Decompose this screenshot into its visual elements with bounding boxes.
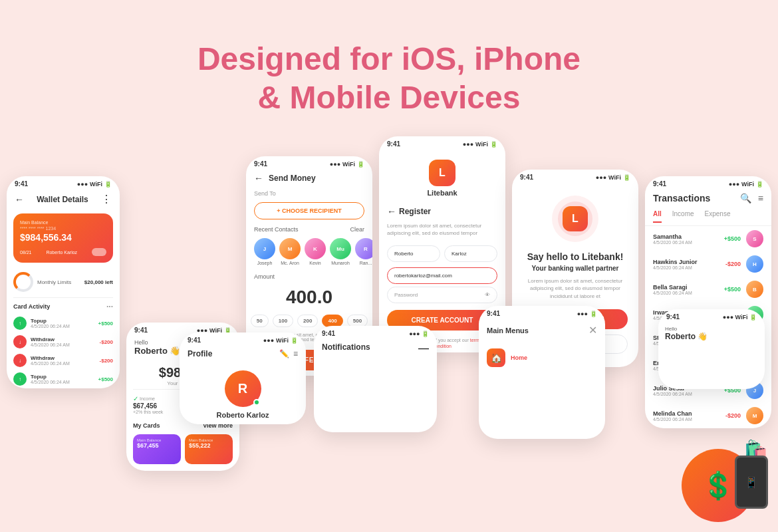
act-date-3: 4/5/2020 06:24 AM (31, 361, 96, 366)
time-register: 9:41 (387, 140, 400, 148)
wallet-menu-dots[interactable]: ⋮ (101, 193, 112, 205)
activity-info-1: Topup 4/5/2020 06:24 AM (31, 318, 94, 329)
trans-date-1: 4/5/2020 06:24 AM (653, 240, 719, 245)
home-menu-icon: 🏠 (487, 348, 505, 367)
home-greeting-block: Hello Roberto 👋 (134, 339, 180, 356)
trans-item-3: Bella Saragi 4/5/2020 06:24 AM +$500 B (645, 277, 771, 302)
trans-avatar-2: H (746, 255, 763, 273)
contact-joseph[interactable]: J Joseph (254, 238, 275, 265)
card-expiry: 08/21 (20, 250, 32, 255)
status-icons-menu: ●●● 🔋 (577, 311, 597, 317)
activity-info-3: Withdraw 4/5/2020 06:24 AM (31, 355, 96, 366)
card-owner: Roberto Karloz (46, 250, 77, 255)
hero-title: Designed for iOS, iPhone & Mobile Device… (197, 40, 581, 116)
trans-title: Transactions (653, 193, 710, 203)
time-menu: 9:41 (487, 310, 500, 317)
phone-screen: 📱 (745, 476, 758, 489)
qa-50[interactable]: 50 (251, 315, 269, 327)
eye-icon[interactable]: 👁 (485, 292, 490, 298)
home-menu-label: Home (511, 354, 527, 361)
contact-avatar-kevin: K (305, 238, 326, 259)
choose-recipient-btn[interactable]: + CHOOSE RECIPIENT (254, 202, 364, 219)
phone-transactions: 9:41 ●●● WiFi 🔋 Transactions 🔍 ≡ All Inc… (645, 176, 771, 428)
activity-dots[interactable]: ··· (106, 302, 113, 311)
trans-item-2: Hawkins Junior 4/5/2020 06:24 AM -$200 H (645, 251, 771, 277)
act-amount-4: +$500 (98, 376, 113, 382)
hello-subtitle: Your banking wallet partner (532, 265, 619, 272)
password-placeholder: Password (394, 292, 418, 298)
search-icon-trans[interactable]: 🔍 (740, 193, 751, 203)
tab-expense[interactable]: Expense (705, 210, 731, 223)
status-bar-notif: 9:41 ●●● 🔋 (314, 326, 437, 338)
app-name-register: Litebank (427, 189, 457, 197)
phone-profile: 9:41 ●●● WiFi 🔋 Profile ✏️ ≡ R Roberto K… (180, 332, 306, 424)
amount-label: Amount (246, 271, 372, 283)
status-bar-hello: 9:41 ●●● WiFi 🔋 (512, 170, 638, 182)
edit-icon[interactable]: ✏️ (279, 349, 289, 358)
income-change: +2% this week (133, 410, 181, 414)
status-icons-trans: ●●● WiFi 🔋 (729, 181, 763, 188)
contact-name-kevin: Kevin (305, 261, 326, 265)
profile-header: Profile ✏️ ≡ (180, 345, 306, 362)
notif-close[interactable]: — (418, 342, 429, 354)
activity-item-4: ↑ Topup 4/5/2020 06:24 AM +$500 (7, 370, 120, 388)
trans-name-2: Hawkins Junior (653, 259, 720, 265)
tab-all[interactable]: All (653, 210, 662, 223)
menu-icon[interactable]: ≡ (293, 349, 298, 358)
qa-200[interactable]: 200 (297, 315, 318, 327)
back-icon-send[interactable]: ← (254, 173, 263, 184)
last-name-field[interactable]: Karloz (444, 245, 497, 262)
income-box: ✓ Income $67,456 +2% this week (133, 395, 181, 414)
contact-ran[interactable]: R Ran... (355, 238, 372, 265)
act-name-1: Topup (31, 318, 94, 324)
mini-card-1[interactable]: Main Balance $67,455 (133, 434, 181, 464)
qa-100[interactable]: 100 (273, 315, 293, 327)
trans-name-1: Samantha (653, 233, 719, 240)
password-field[interactable]: Password 👁 (387, 287, 497, 303)
online-indicator (253, 399, 260, 406)
back-icon-register[interactable]: ← (387, 206, 396, 217)
name-row: Roberto Karloz (379, 243, 505, 265)
contact-avatar-mcaron: M (279, 238, 301, 259)
roberto-name: Roberto 👋 (665, 332, 758, 341)
card-footer: 08/21 Roberto Karloz (20, 248, 106, 256)
trans-date-2: 4/5/2020 06:24 AM (653, 265, 720, 270)
contact-munaroh[interactable]: Mu Munaroh (330, 238, 351, 265)
time-profile: 9:41 (188, 336, 201, 344)
mini-card-2[interactable]: Main Balance $55,222 (185, 434, 233, 464)
back-icon-wallet[interactable]: ← (15, 194, 24, 205)
email-field[interactable]: robertokarloz@mail.com (387, 267, 497, 284)
act-amount-1: +$500 (98, 321, 113, 327)
status-icons-notif: ●●● 🔋 (409, 331, 429, 337)
withdraw-icon-2: ↓ (13, 354, 27, 367)
card-toggle[interactable] (92, 248, 106, 256)
activity-info-2: Withdraw 4/5/2020 06:24 AM (31, 336, 96, 347)
act-name-2: Withdraw (31, 336, 96, 342)
trans-info-1: Samantha 4/5/2020 06:24 AM (653, 233, 719, 245)
profile-header-icons: ✏️ ≡ (279, 349, 298, 358)
time-home: 9:41 (134, 327, 148, 334)
clear-btn[interactable]: Clear (350, 226, 364, 233)
contact-mcaron[interactable]: M Mc. Aron (279, 238, 301, 265)
topup-icon-1: ↑ (13, 317, 27, 330)
trans-name-8: Melinda Chan (653, 410, 720, 417)
trans-avatar-3: B (746, 281, 763, 298)
mini-card-1-amount: $67,455 (137, 442, 177, 449)
page-wrapper: Designed for iOS, iPhone & Mobile Device… (0, 0, 778, 532)
first-name-field[interactable]: Roberto (387, 245, 440, 262)
roberto-greeting: Hello (665, 326, 758, 332)
menu-close-btn[interactable]: ✕ (588, 324, 597, 336)
hello-circles: L (552, 196, 598, 242)
time-send: 9:41 (254, 160, 267, 168)
trans-info-8: Melinda Chan 4/5/2020 06:24 AM (653, 410, 720, 422)
menu-item-home[interactable]: 🏠 Home (487, 344, 597, 371)
menu-header: Main Menus ✕ (479, 319, 605, 342)
time-hello: 9:41 (520, 174, 533, 181)
act-name-4: Topup (31, 374, 94, 380)
filter-icon-trans[interactable]: ≡ (758, 193, 763, 203)
tab-income[interactable]: Income (672, 210, 694, 223)
back-register: ← Register (379, 203, 505, 219)
contact-kevin[interactable]: K Kevin (305, 238, 326, 265)
income-amount: $67,456 (133, 402, 181, 410)
withdraw-icon-1: ↓ (13, 335, 27, 348)
